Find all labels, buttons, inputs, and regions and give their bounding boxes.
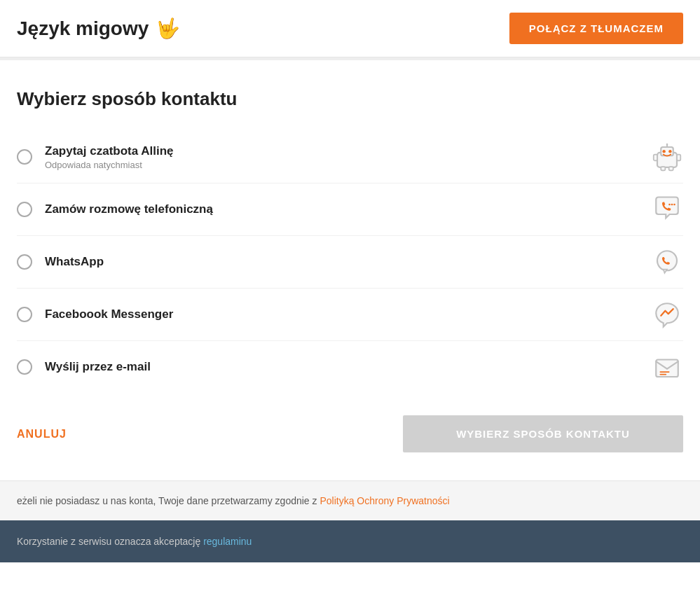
option-messenger-left: Faceboook Messenger [17,307,173,322]
option-whatsapp-left: WhatsApp [17,254,104,270]
svg-rect-8 [661,167,665,170]
privacy-bar: eżeli nie posiadasz u nas konta, Twoje d… [0,480,700,520]
option-whatsapp-name: WhatsApp [45,255,104,269]
chatbot-icon [651,141,683,173]
section-title: Wybierz sposób kontaktu [17,88,683,110]
privacy-link[interactable]: Polityką Ochrony Prywatności [320,495,449,506]
option-whatsapp[interactable]: WhatsApp [17,236,683,289]
radio-email[interactable] [17,359,32,375]
option-phone-label: Zamów rozmowę telefoniczną [45,202,213,216]
radio-phone[interactable] [17,202,32,217]
whatsapp-icon [651,246,683,278]
svg-point-12 [673,204,675,206]
sign-language-icon: 🤟 [156,17,180,40]
svg-rect-6 [654,155,657,161]
option-chatbot-left: Zapytaj czatbota Allinę Odpowiada natych… [17,144,174,170]
svg-point-3 [666,144,668,146]
option-messenger-label: Faceboook Messenger [45,307,173,321]
radio-whatsapp[interactable] [17,254,32,270]
email-icon [651,351,683,383]
option-chatbot-name: Zapytaj czatbota Allinę [45,144,174,158]
header-title-wrap: Język migowy 🤟 [17,17,180,40]
contact-options-list: Zapytaj czatbota Allinę Odpowiada natych… [17,131,683,393]
main-content: Wybierz sposób kontaktu Zapytaj czatbota… [0,60,700,473]
phone-icon [651,193,683,226]
option-chatbot-label: Zapytaj czatbota Allinę Odpowiada natych… [45,144,174,170]
footer-text: Korzystanie z serwisu oznacza akceptację [17,536,203,547]
svg-rect-9 [669,167,673,170]
footer-link[interactable]: regulaminu [203,536,252,547]
svg-point-4 [662,150,665,153]
buttons-row: ANULUJ WYBIERZ SPOSÓB KONTAKTU [17,415,683,452]
connect-translator-button[interactable]: POŁĄCZ Z TŁUMACZEM [509,13,683,44]
svg-point-5 [668,150,671,153]
option-messenger-name: Faceboook Messenger [45,307,173,321]
option-email-label: Wyślij przez e-mail [45,360,151,374]
option-phone[interactable]: Zamów rozmowę telefoniczną [17,183,683,236]
cancel-button[interactable]: ANULUJ [17,421,67,448]
page-title: Język migowy [17,18,149,40]
radio-messenger[interactable] [17,307,32,322]
option-whatsapp-label: WhatsApp [45,255,104,269]
header: Język migowy 🤟 POŁĄCZ Z TŁUMACZEM [0,0,700,57]
option-messenger[interactable]: Faceboook Messenger [17,289,683,341]
privacy-text: eżeli nie posiadasz u nas konta, Twoje d… [17,495,320,506]
option-email-left: Wyślij przez e-mail [17,359,151,375]
svg-rect-7 [677,155,680,161]
footer: Korzystanie z serwisu oznacza akceptację… [0,520,700,562]
svg-point-10 [668,204,671,206]
option-chatbot[interactable]: Zapytaj czatbota Allinę Odpowiada natych… [17,131,683,183]
option-phone-left: Zamów rozmowę telefoniczną [17,202,213,217]
messenger-icon [651,298,683,331]
radio-chatbot[interactable] [17,149,32,165]
svg-point-11 [671,204,673,206]
option-email[interactable]: Wyślij przez e-mail [17,341,683,393]
svg-point-13 [657,251,677,270]
option-phone-name: Zamów rozmowę telefoniczną [45,202,213,216]
choose-contact-button[interactable]: WYBIERZ SPOSÓB KONTAKTU [403,415,683,452]
option-email-name: Wyślij przez e-mail [45,360,151,374]
option-chatbot-sub: Odpowiada natychmiast [45,160,174,170]
